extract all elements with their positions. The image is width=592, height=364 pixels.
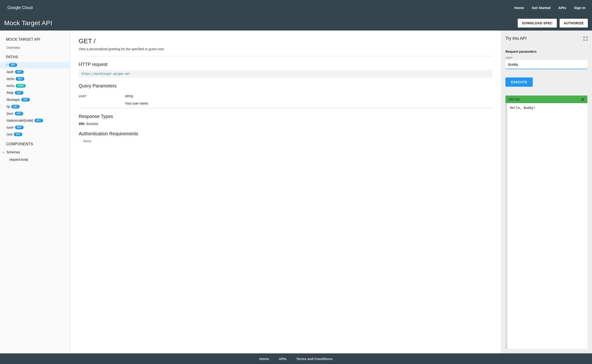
sidebar-path-item[interactable]: /iloveapisGET: [0, 96, 70, 103]
sidebar-path-item[interactable]: /ipGET: [0, 103, 70, 110]
path-label: /xml: [7, 132, 13, 136]
nav-apis[interactable]: APIs: [559, 6, 566, 10]
topnav-links: Home Get Started APIs Sign In: [514, 6, 585, 10]
sidebar-path-item[interactable]: /authGET: [0, 68, 70, 75]
sidebar-section-paths: PATHS: [0, 51, 70, 62]
execute-button[interactable]: EXECUTE: [506, 78, 533, 87]
response-code: 200:: [79, 122, 86, 126]
path-label: /: [7, 63, 7, 67]
query-param-type: string: [125, 94, 493, 98]
sidebar: MOCK TARGET API Overview PATHS /GET/auth…: [0, 31, 70, 353]
footer-home[interactable]: Home: [259, 357, 269, 361]
http-method-badge: GET: [15, 91, 23, 95]
response-body: Hello, Buddy!: [506, 103, 587, 349]
auth-requirements-value: None.: [79, 139, 493, 143]
operation-title: GET /: [79, 38, 493, 45]
query-parameters-heading: Query Parameters: [79, 83, 493, 89]
footer-terms[interactable]: Terms and Conditions: [296, 357, 333, 361]
sidebar-path-item[interactable]: /GET: [0, 62, 70, 68]
response-type-row: 200: Success: [79, 122, 493, 126]
query-param-details: stringYour user name.: [125, 94, 493, 105]
path-label: /help: [7, 91, 13, 95]
footer-apis[interactable]: APIs: [279, 357, 287, 361]
path-label: /auth: [7, 70, 14, 74]
sidebar-path-item[interactable]: /xmlGET: [0, 131, 70, 138]
query-param-row: userstringYour user name.: [79, 91, 493, 108]
nav-get-started[interactable]: Get Started: [532, 6, 551, 10]
sidebar-paths-list: /GET/authGET/echoGET/echoPOST/helpGET/il…: [0, 62, 70, 138]
sidebar-schemas-toggle[interactable]: ▾ Schemas: [0, 149, 70, 156]
authorize-button[interactable]: AUTHORIZE: [559, 19, 588, 27]
main-content: GET / View a personalized greeting for t…: [70, 31, 501, 353]
http-method-badge: POST: [16, 84, 26, 88]
logo-suffix-text: Cloud: [22, 5, 33, 10]
footer: Home APIs Terms and Conditions: [0, 353, 592, 364]
sidebar-overview[interactable]: Overview: [0, 44, 70, 51]
http-method-badge: GET: [11, 105, 20, 109]
sidebar-path-item[interactable]: /echoPOST: [0, 82, 70, 89]
close-icon[interactable]: [581, 98, 585, 101]
sidebar-schema-request-body[interactable]: request-body: [0, 156, 70, 163]
sidebar-schemas-label: Schemas: [7, 150, 20, 154]
http-method-badge: GET: [15, 70, 24, 74]
try-title: Try this API: [506, 36, 526, 41]
http-method-badge: GET: [15, 112, 23, 115]
try-this-api-panel: Try this API Request parameters user EXE…: [501, 31, 592, 353]
try-header: Try this API: [506, 36, 587, 41]
path-label: /user: [7, 126, 14, 129]
request-parameters-heading: Request parameters: [506, 50, 587, 53]
download-spec-button[interactable]: DOWNLOAD SPEC: [518, 19, 557, 27]
http-method-badge: GET: [21, 98, 30, 102]
page-title: Mock Target API: [4, 20, 52, 27]
response-status-bar: 200 OK: [506, 96, 587, 103]
path-label: /echo: [7, 77, 14, 81]
http-method-badge: GET: [9, 63, 17, 67]
path-label: /statuscode/{code}: [7, 119, 33, 122]
logo-product-text: Google: [7, 5, 21, 10]
nav-home[interactable]: Home: [514, 6, 524, 10]
response-desc: Success: [86, 122, 98, 126]
sidebar-section-components: COMPONENTS: [0, 138, 70, 149]
http-method-badge: GET: [16, 77, 24, 81]
nav-sign-in[interactable]: Sign In: [574, 6, 585, 10]
param-user-input[interactable]: [506, 60, 587, 69]
query-parameters-block: userstringYour user name.: [79, 91, 493, 108]
query-param-desc: Your user name.: [125, 102, 493, 105]
divider: [79, 56, 493, 56]
sidebar-path-item[interactable]: /statuscode/{code}GET: [0, 117, 70, 124]
path-label: /echo: [7, 84, 14, 88]
layout: MOCK TARGET API Overview PATHS /GET/auth…: [0, 31, 592, 353]
response-types-heading: Response Types: [79, 114, 493, 119]
http-request-heading: HTTP request: [79, 62, 493, 67]
http-method-badge: GET: [14, 132, 22, 136]
sidebar-path-item[interactable]: /jsonGET: [0, 110, 70, 117]
sidebar-path-item[interactable]: /userGET: [0, 124, 70, 131]
subheader: Mock Target API DOWNLOAD SPEC AUTHORIZE: [0, 15, 592, 31]
response-types-block: 200: Success: [79, 122, 493, 126]
sidebar-path-item[interactable]: /echoGET: [0, 75, 70, 82]
topnav: Google Cloud Home Get Started APIs Sign …: [0, 0, 592, 15]
operation-description: View a personalized greeting for the spe…: [79, 47, 493, 51]
http-method-badge: GET: [15, 126, 24, 129]
path-label: /json: [7, 112, 13, 115]
path-label: /iloveapis: [7, 98, 20, 102]
google-cloud-logo[interactable]: Google Cloud: [7, 5, 33, 10]
subheader-actions: DOWNLOAD SPEC AUTHORIZE: [518, 19, 588, 27]
divider: [79, 108, 493, 108]
param-user-label: user: [506, 56, 587, 59]
response-status-text: 200 OK: [508, 97, 520, 101]
path-label: /ip: [7, 105, 10, 109]
query-param-name: user: [79, 94, 125, 105]
sidebar-path-item[interactable]: /helpGET: [0, 89, 70, 96]
http-request-url: https://mocktarget.apigee.net: [79, 70, 493, 78]
chevron-down-icon: ▾: [3, 151, 6, 154]
auth-requirements-heading: Authentication Requirements: [79, 131, 493, 136]
http-method-badge: GET: [34, 119, 43, 122]
fullscreen-icon[interactable]: [584, 37, 587, 40]
sidebar-section-api: MOCK TARGET API: [0, 33, 70, 44]
